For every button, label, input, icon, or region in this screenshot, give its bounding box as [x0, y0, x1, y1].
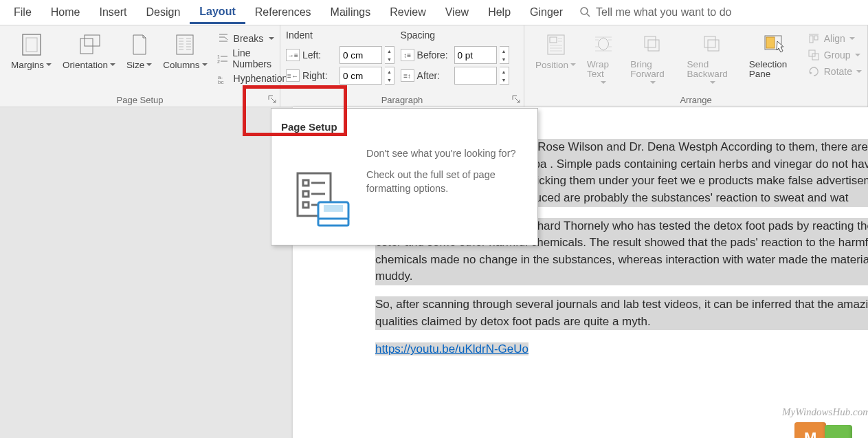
send-backward-icon — [700, 32, 725, 57]
line-numbers-label: Line Numbers — [232, 47, 287, 69]
bring-forward-button[interactable]: Bring Forward — [625, 28, 681, 94]
svg-text:bc: bc — [218, 79, 223, 84]
chevron-down-icon — [146, 63, 152, 67]
chevron-down-icon — [570, 63, 576, 67]
position-button[interactable]: Position — [530, 28, 581, 94]
position-icon — [544, 32, 568, 57]
wrap-text-button[interactable]: Wrap Text — [581, 28, 625, 94]
indent-right-spinner[interactable]: ▲▼ — [385, 67, 394, 85]
orientation-button[interactable]: Orientation — [57, 28, 121, 94]
line-numbers-icon: 12 — [217, 52, 229, 65]
tab-ginger[interactable]: Ginger — [520, 2, 572, 23]
margins-icon — [19, 32, 44, 57]
rotate-icon — [808, 65, 820, 78]
page-setup-dialog-launcher[interactable] — [267, 94, 278, 105]
tooltip-desc-1: Don't see what you're looking for? — [366, 148, 525, 159]
indent-left-icon: →≡ — [286, 49, 300, 61]
bring-forward-icon — [641, 32, 665, 57]
align-button[interactable]: Align — [808, 32, 862, 45]
send-backward-label: Send Backward — [687, 60, 738, 79]
watermark-tile-green — [825, 425, 852, 438]
svg-rect-39 — [708, 40, 719, 51]
orientation-label: Orientation — [63, 60, 108, 70]
group-arrange: Arrange Position Wrap Text Bring Forward… — [524, 25, 868, 107]
selection-pane-button[interactable]: Selection Pane — [744, 28, 803, 94]
svg-rect-6 — [177, 35, 193, 54]
watermark-logo: M W — [794, 422, 858, 438]
svg-rect-36 — [648, 40, 659, 51]
svg-rect-55 — [318, 219, 348, 226]
tab-layout[interactable]: Layout — [190, 1, 245, 24]
svg-text:1: 1 — [217, 54, 220, 59]
tab-view[interactable]: View — [436, 2, 478, 23]
indent-right-input[interactable] — [340, 67, 382, 85]
selection-pane-label: Selection Pane — [749, 60, 798, 79]
spacing-after-icon: ≡↕ — [401, 69, 414, 82]
group-button[interactable]: Group — [808, 49, 862, 61]
tell-me-search[interactable]: Tell me what you want to do — [579, 6, 731, 19]
columns-icon — [173, 32, 197, 57]
tab-file[interactable]: File — [4, 2, 41, 23]
watermark: MyWindowsHub.com M W — [782, 406, 868, 438]
spacing-before-icon: ↕≡ — [401, 49, 414, 61]
group-page-setup: Page Setup Margins Orientation Size — [0, 25, 280, 107]
spacing-before-spinner[interactable]: ▲▼ — [500, 46, 509, 64]
rotate-button[interactable]: Rotate — [808, 65, 862, 78]
menu-bar: File Home Insert Design Layout Reference… — [0, 0, 868, 25]
hyphenation-label: Hyphenation — [234, 73, 288, 84]
margins-button[interactable]: Margins — [5, 28, 57, 94]
indent-left-spinner[interactable]: ▲▼ — [385, 46, 394, 64]
tab-references[interactable]: References — [245, 2, 321, 23]
spacing-after-label: After: — [417, 70, 452, 81]
watermark-tile-m: M — [794, 422, 826, 438]
margins-label: Margins — [11, 60, 44, 70]
tab-review[interactable]: Review — [380, 2, 435, 23]
wrap-text-label: Wrap Text — [587, 60, 619, 79]
selection-pane-icon — [761, 32, 786, 57]
group-label-page-setup: Page Setup — [0, 95, 280, 105]
svg-rect-24 — [550, 37, 557, 43]
tab-help[interactable]: Help — [478, 2, 520, 23]
svg-rect-56 — [324, 205, 343, 212]
chevron-down-icon — [856, 70, 862, 74]
svg-rect-43 — [810, 36, 813, 43]
bring-forward-label: Bring Forward — [630, 60, 676, 79]
size-label: Size — [126, 60, 144, 70]
tab-mailings[interactable]: Mailings — [321, 2, 381, 23]
size-button[interactable]: Size — [121, 28, 157, 94]
spacing-after-input[interactable] — [454, 67, 497, 85]
svg-rect-41 — [766, 37, 775, 48]
svg-text:2: 2 — [217, 59, 220, 64]
tab-home[interactable]: Home — [41, 2, 90, 23]
send-backward-button[interactable]: Send Backward — [682, 28, 744, 94]
tell-me-placeholder: Tell me what you want to do — [596, 6, 731, 19]
columns-button[interactable]: Columns — [157, 28, 212, 94]
tab-design[interactable]: Design — [136, 2, 190, 23]
chevron-down-icon — [650, 81, 656, 85]
document-hyperlink[interactable]: https://youtu.be/uKldrN-GeUo — [375, 342, 528, 355]
chevron-down-icon — [710, 81, 715, 85]
document-paragraph[interactable]: So, after scanning through several journ… — [375, 296, 868, 330]
spacing-before-label: Before: — [417, 50, 452, 61]
orientation-icon — [77, 32, 102, 57]
search-icon — [579, 6, 590, 19]
chevron-down-icon — [110, 63, 115, 67]
indent-right-icon: ≡← — [286, 69, 300, 82]
position-label: Position — [535, 60, 568, 70]
chevron-down-icon — [269, 37, 274, 41]
align-label: Align — [824, 33, 845, 44]
spacing-before-input[interactable] — [454, 46, 497, 64]
svg-rect-50 — [303, 191, 309, 197]
paragraph-dialog-launcher[interactable] — [511, 94, 522, 105]
page-setup-tooltip-icon — [293, 171, 351, 231]
group-icon — [808, 49, 820, 61]
indent-left-input[interactable] — [340, 46, 382, 64]
tab-insert[interactable]: Insert — [89, 2, 136, 23]
svg-rect-23 — [548, 35, 564, 54]
size-icon — [127, 32, 152, 57]
spacing-after-spinner[interactable]: ▲▼ — [500, 67, 509, 85]
breaks-icon — [217, 32, 230, 45]
svg-line-1 — [587, 14, 590, 17]
chevron-down-icon — [46, 63, 52, 67]
indent-left-label: Left: — [302, 50, 337, 61]
